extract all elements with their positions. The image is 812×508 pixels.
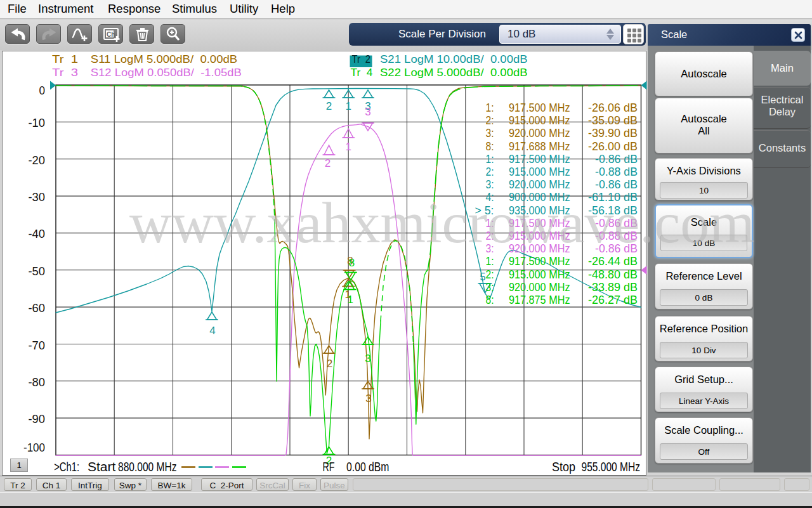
svg-text:917.500 MHz: 917.500 MHz [509, 254, 570, 268]
svg-text:3: 3 [365, 106, 370, 118]
svg-text:3: 3 [365, 393, 371, 405]
svg-text:2: 2 [326, 100, 332, 112]
svg-text:8:: 8: [486, 293, 494, 306]
svg-text:RF: RF [323, 460, 335, 474]
svg-text:-50: -50 [29, 265, 46, 278]
svg-text:-90: -90 [29, 413, 46, 426]
svg-text:955.000 MHz: 955.000 MHz [582, 460, 641, 474]
svg-text:920.000 MHz: 920.000 MHz [509, 126, 570, 140]
svg-text:2:: 2: [486, 165, 494, 178]
svg-text:Stop: Stop [552, 460, 575, 474]
svg-text:3:: 3: [486, 280, 494, 294]
svg-text:-80: -80 [29, 376, 46, 389]
svg-text:920.000 MHz: 920.000 MHz [509, 178, 570, 191]
svg-text:-20: -20 [29, 154, 46, 167]
svg-text:-60: -60 [29, 302, 46, 315]
svg-text:-30: -30 [29, 191, 46, 204]
svg-text:S12 LogM 0.050dB/ -1.05dB: S12 LogM 0.050dB/ -1.05dB [91, 67, 242, 78]
svg-text:-0.86 dB: -0.86 dB [595, 178, 638, 191]
svg-text:3: 3 [365, 353, 370, 365]
svg-text:-70: -70 [29, 339, 46, 352]
svg-text:2: 2 [327, 358, 332, 370]
svg-text:8:: 8: [486, 140, 494, 153]
svg-text:0.00 dBm: 0.00 dBm [346, 460, 390, 474]
svg-text:4: 4 [209, 325, 215, 337]
svg-text:-26.06 dB: -26.06 dB [588, 101, 638, 114]
svg-text:3:: 3: [486, 126, 494, 140]
svg-text:-39.90 dB: -39.90 dB [588, 126, 638, 140]
svg-text:S21 LogM 10.00dB/ 0.00dB: S21 LogM 10.00dB/ 0.00dB [380, 53, 528, 65]
svg-text:917.875 MHz: 917.875 MHz [509, 293, 570, 306]
svg-text:2:: 2: [486, 268, 494, 281]
svg-text:-0.88 dB: -0.88 dB [595, 165, 638, 178]
svg-text:-100: -100 [23, 441, 45, 454]
svg-text:3:: 3: [486, 178, 494, 191]
svg-text:2: 2 [325, 157, 331, 169]
svg-text:917.688 MHz: 917.688 MHz [509, 140, 570, 153]
svg-text:Tr 3: Tr 3 [52, 67, 78, 78]
svg-text:-10: -10 [29, 117, 46, 129]
svg-text:1: 1 [348, 294, 353, 306]
svg-text:0: 0 [39, 84, 46, 97]
svg-text:Tr 2: Tr 2 [352, 53, 371, 65]
svg-text:917.500 MHz: 917.500 MHz [509, 152, 570, 166]
svg-text:S11 LogM 5.000dB/ 0.00dB: S11 LogM 5.000dB/ 0.00dB [91, 53, 237, 65]
svg-text:Tr 1: Tr 1 [52, 53, 78, 65]
svg-text:915.000 MHz: 915.000 MHz [509, 165, 570, 178]
svg-text:Ch: Ch [107, 31, 115, 38]
svg-text:-0.86 dB: -0.86 dB [595, 152, 638, 166]
svg-text:-48.80 dB: -48.80 dB [588, 268, 638, 281]
svg-text:-26.00 dB: -26.00 dB [588, 140, 638, 153]
svg-text:-33.89 dB: -33.89 dB [588, 280, 638, 294]
svg-text:1:: 1: [486, 152, 494, 166]
svg-text:915.000 MHz: 915.000 MHz [509, 114, 570, 127]
svg-text:-26.44 dB: -26.44 dB [588, 254, 638, 268]
svg-text:-35.09 dB: -35.09 dB [588, 114, 638, 127]
svg-text:1: 1 [346, 141, 351, 153]
svg-text:920.000 MHz: 920.000 MHz [509, 280, 570, 294]
svg-text:917.500 MHz: 917.500 MHz [509, 101, 570, 114]
svg-text:1: 1 [346, 100, 351, 112]
svg-text:1:: 1: [486, 101, 494, 114]
svg-text:915.000 MHz: 915.000 MHz [509, 268, 570, 281]
svg-text:-26.27 dB: -26.27 dB [588, 293, 638, 306]
svg-text:Start: Start [88, 460, 116, 474]
svg-text:-40: -40 [29, 228, 46, 240]
svg-text:S22 LogM 5.000dB/ 0.00dB: S22 LogM 5.000dB/ 0.00dB [380, 67, 528, 78]
svg-text:>Ch1:: >Ch1: [54, 460, 79, 474]
svg-text:5: 5 [480, 271, 485, 283]
svg-text:880.000 MHz: 880.000 MHz [118, 460, 177, 474]
svg-text:2:: 2: [486, 114, 494, 127]
svg-text:1:: 1: [486, 254, 494, 268]
svg-text:8: 8 [349, 257, 355, 269]
svg-text:Tr 4: Tr 4 [351, 67, 373, 78]
